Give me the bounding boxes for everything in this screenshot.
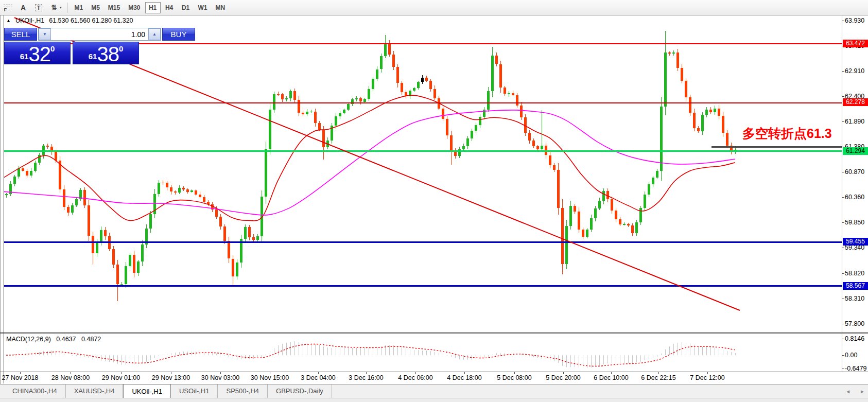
sell-price-display[interactable]: 61 32 0 (4, 42, 71, 64)
volume-input[interactable] (51, 28, 148, 40)
text-label-tool-button[interactable]: T (31, 1, 46, 14)
tab-china300[interactable]: CHINA300-,H4 (4, 384, 66, 398)
candles-layer (5, 31, 737, 301)
tab-sp500[interactable]: SP500-,H4 (218, 384, 268, 398)
macd-indicator-label: MACD(12,26,9) 0.4637 0.4872 (6, 336, 105, 343)
tab-usoil[interactable]: USOil-,H1 (171, 384, 218, 398)
timeframe-d1-button[interactable]: D1 (178, 2, 194, 13)
timeframe-h4-button[interactable]: H4 (162, 2, 177, 13)
macd-signal-value: 0.4872 (81, 336, 101, 343)
sell-price-small: 61 (20, 52, 29, 61)
tabs-scroll-left-icon[interactable]: ◄ (845, 389, 850, 394)
sell-price-sup: 0 (50, 44, 55, 53)
macd-signal-line (6, 344, 735, 366)
macd-value: 0.4637 (56, 336, 76, 343)
timeframe-mn-button[interactable]: MN (212, 2, 229, 13)
timeframe-m15-button[interactable]: M15 (105, 2, 124, 13)
tabs-scroll-right-icon[interactable]: ► (860, 389, 865, 394)
timeframe-m5-button[interactable]: M5 (88, 2, 103, 13)
volume-decrease-icon[interactable]: ▼ (39, 28, 51, 40)
toolbar: F A T ⇅ ▾ M1 M5 M15 M30 H1 H4 D1 W1 MN (0, 0, 868, 15)
trade-panel-toggle-icon[interactable]: ▲ (6, 18, 11, 23)
volume-increase-icon[interactable]: ▲ (148, 28, 161, 40)
chart-annotation-text: 多空转折点61.3 (742, 125, 832, 142)
text-label-icon: T (35, 4, 43, 11)
chart-title: ▲ UKOil-,H1 61.530 61.560 61.280 61.320 (6, 17, 133, 24)
mt4-window: F A T ⇅ ▾ M1 M5 M15 M30 H1 H4 D1 W1 MN 6… (0, 0, 868, 402)
status-strip (0, 398, 868, 402)
buy-price-sup: 0 (119, 44, 123, 53)
chart-ohlc-values: 61.530 61.560 61.280 61.320 (49, 17, 133, 24)
ma-line-slow-magenta (4, 110, 735, 215)
tab-gbpusd[interactable]: GBPUSD-,Daily (268, 384, 332, 398)
chart-symbol: UKOil-,H1 (15, 17, 44, 24)
volume-spinner: ▼ ▲ (38, 28, 161, 41)
buy-button[interactable]: BUY (162, 28, 195, 41)
macd-name: MACD(12,26,9) (6, 336, 51, 343)
sell-button[interactable]: SELL (4, 28, 37, 41)
timeframe-m30-button[interactable]: M30 (125, 2, 144, 13)
buy-price-small: 61 (89, 52, 97, 61)
tab-ukoil[interactable]: UKOil-,H1 (123, 384, 171, 398)
tab-scroll-controls: ◄ ► (845, 384, 865, 398)
arrows-tool-button[interactable]: ⇅ (46, 1, 62, 14)
text-tool-icon: A (21, 4, 26, 12)
timeframe-m1-button[interactable]: M1 (71, 2, 87, 13)
timeframe-w1-button[interactable]: W1 (195, 2, 211, 13)
arrows-tool-icon: ⇅ (51, 4, 57, 11)
text-tool-button[interactable]: A (15, 1, 31, 14)
tab-xauusd[interactable]: XAUUSD-,H4 (66, 384, 124, 398)
fibonacci-icon: F (4, 4, 12, 11)
toolbar-separator (67, 3, 67, 13)
fibonacci-tool-button[interactable]: F (0, 1, 15, 14)
buy-price-big: 38 (97, 45, 119, 63)
timeframe-h1-button[interactable]: H1 (145, 2, 161, 13)
one-click-trade-panel: SELL ▼ ▲ BUY 61 32 0 61 38 0 (4, 28, 139, 64)
chart-tab-bar: CHINA300-,H4 XAUUSD-,H4 UKOil-,H1 USOil-… (0, 384, 868, 398)
buy-price-display[interactable]: 61 38 0 (73, 42, 139, 64)
sell-price-big: 32 (28, 45, 50, 63)
